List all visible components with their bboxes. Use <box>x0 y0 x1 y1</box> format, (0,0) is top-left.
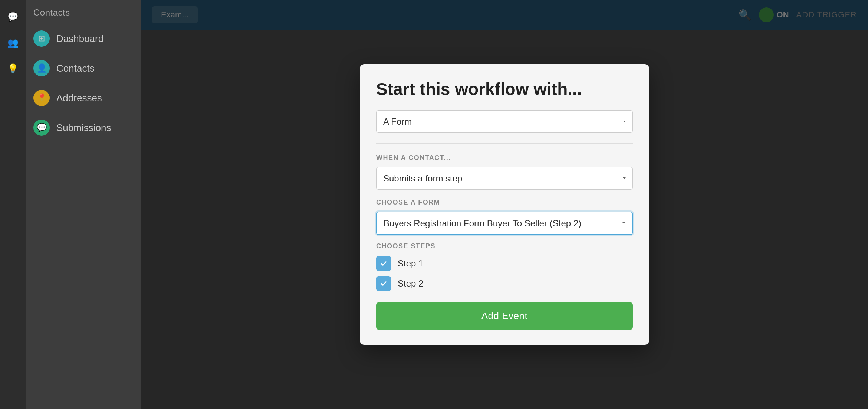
choose-form-select[interactable]: Buyers Registration Form Buyer To Seller… <box>376 212 633 235</box>
step-2-item: Step 2 <box>376 276 633 291</box>
start-with-select[interactable]: A Form An Event A Tag A Date <box>376 110 633 133</box>
steps-section: CHOOSE STEPS Step 1 Step <box>376 242 633 291</box>
left-nav: 💬 👥 💡 <box>0 0 26 409</box>
sidebar-item-submissions[interactable]: 💬 Submissions <box>26 113 141 143</box>
sidebar-item-submissions-label: Submissions <box>56 122 111 134</box>
submissions-icon: 💬 <box>33 120 50 136</box>
addresses-icon: 📍 <box>33 90 50 106</box>
chat-icon[interactable]: 💬 <box>4 7 22 26</box>
divider-1 <box>376 143 633 144</box>
bulb-icon[interactable]: 💡 <box>4 59 22 78</box>
sidebar-item-addresses[interactable]: 📍 Addresses <box>26 83 141 113</box>
when-contact-wrapper: Submits a form step Visits a page Clicks… <box>376 167 633 190</box>
sidebar: Contacts ⊞ Dashboard 👤 Contacts 📍 Addres… <box>26 0 141 409</box>
sidebar-item-dashboard-label: Dashboard <box>56 33 103 45</box>
choose-steps-label: CHOOSE STEPS <box>376 242 633 250</box>
choose-form-label: CHOOSE A FORM <box>376 199 633 206</box>
modal-title: Start this workflow with... <box>376 79 633 99</box>
when-contact-select[interactable]: Submits a form step Visits a page Clicks… <box>376 167 633 190</box>
contacts-icon: 👤 <box>33 60 50 76</box>
sidebar-item-contacts-label: Contacts <box>56 63 95 74</box>
sidebar-item-dashboard[interactable]: ⊞ Dashboard <box>26 24 141 53</box>
checkmark-icon <box>379 259 388 268</box>
add-event-button[interactable]: Add Event <box>376 302 633 330</box>
overlay-backdrop: Start this workflow with... A Form An Ev… <box>141 0 868 409</box>
people-icon[interactable]: 👥 <box>4 33 22 52</box>
sidebar-item-contacts[interactable]: 👤 Contacts <box>26 53 141 83</box>
choose-form-wrapper: Buyers Registration Form Buyer To Seller… <box>376 212 633 235</box>
main-content: Exam... 🔍 ON ADD TRIGGER Start this work… <box>141 0 868 409</box>
step-1-label: Step 1 <box>398 258 423 269</box>
modal-dialog: Start this workflow with... A Form An Ev… <box>360 64 649 344</box>
step-1-item: Step 1 <box>376 256 633 271</box>
step-2-label: Step 2 <box>398 278 423 289</box>
sidebar-header: Contacts <box>26 4 141 24</box>
checkmark-icon-2 <box>379 279 388 288</box>
start-with-wrapper: A Form An Event A Tag A Date <box>376 110 633 133</box>
sidebar-item-addresses-label: Addresses <box>56 92 102 104</box>
dashboard-icon: ⊞ <box>33 30 50 47</box>
step-2-checkbox[interactable] <box>376 276 391 291</box>
step-1-checkbox[interactable] <box>376 256 391 271</box>
when-contact-label: WHEN A CONTACT... <box>376 154 633 162</box>
